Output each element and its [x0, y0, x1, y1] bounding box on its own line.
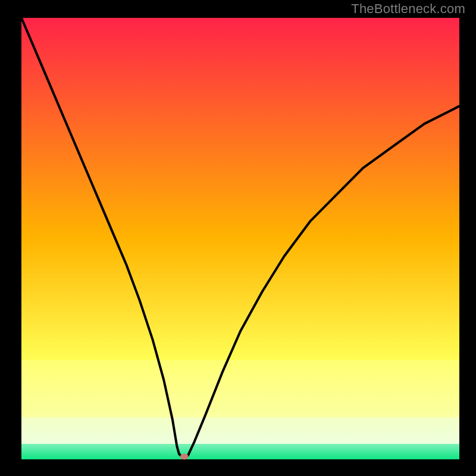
optimal-point-marker: [180, 454, 189, 460]
chart-container: { "attribution": "TheBottleneck.com", "c…: [0, 0, 476, 476]
svg-rect-3: [21, 418, 459, 444]
bottleneck-chart: [0, 0, 476, 476]
svg-rect-2: [21, 360, 459, 417]
svg-rect-4: [21, 444, 459, 459]
attribution-text: TheBottleneck.com: [351, 1, 465, 17]
